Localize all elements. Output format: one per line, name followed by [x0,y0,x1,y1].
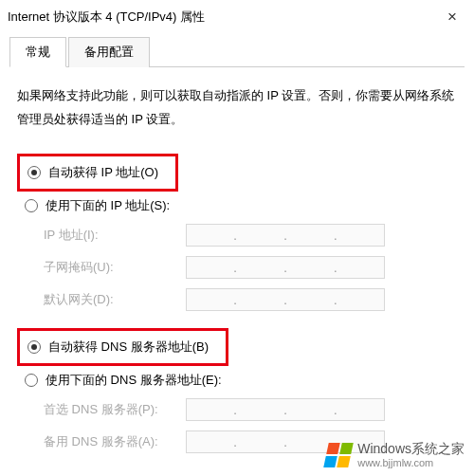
radio-icon [25,374,38,387]
field-label: 子网掩码(U): [44,259,186,276]
tab-strip: 常规 备用配置 [9,36,465,67]
logo-square [339,443,354,454]
tab-body: 如果网络支持此功能，则可以获取自动指派的 IP 设置。否则，你需要从网络系统管理… [9,67,465,453]
field-ip-address: IP 地址(I): ... [44,224,457,247]
radio-ip-manual[interactable]: 使用下面的 IP 地址(S): [25,197,457,214]
radio-icon [25,199,38,212]
ip-section: 自动获得 IP 地址(O) 使用下面的 IP 地址(S): IP 地址(I): … [17,154,457,311]
watermark-text: Windows系统之家 www.bjjmlw.com [357,442,465,467]
logo-square [323,456,337,467]
dns-section: 自动获得 DNS 服务器地址(B) 使用下面的 DNS 服务器地址(E): 首选… [17,328,457,453]
watermark: Windows系统之家 www.bjjmlw.com [325,442,465,468]
radio-label: 使用下面的 DNS 服务器地址(E): [46,372,222,389]
radio-label: 使用下面的 IP 地址(S): [46,197,170,214]
field-label: 首选 DNS 服务器(P): [44,401,186,418]
ip-address-input[interactable]: ... [186,224,385,247]
highlight-dns-auto: 自动获得 DNS 服务器地址(B) [17,328,228,366]
radio-dns-auto[interactable]: 自动获得 DNS 服务器地址(B) [27,339,209,356]
field-label: IP 地址(I): [44,227,186,244]
windows-logo-icon [322,442,355,468]
titlebar: Internet 协议版本 4 (TCP/IPv4) 属性 × [0,0,474,34]
field-subnet: 子网掩码(U): ... [44,256,457,279]
window-title: Internet 协议版本 4 (TCP/IPv4) 属性 [8,9,205,26]
tab-alternate[interactable]: 备用配置 [68,37,150,67]
tab-general[interactable]: 常规 [9,37,66,67]
field-gateway: 默认网关(D): ... [44,288,457,311]
field-label: 默认网关(D): [44,291,186,308]
radio-icon [27,166,41,179]
logo-square [326,443,340,454]
radio-icon [27,340,41,354]
radio-label: 自动获得 DNS 服务器地址(B) [48,339,209,356]
watermark-title: Windows系统之家 [357,442,465,456]
highlight-ip-auto: 自动获得 IP 地址(O) [17,154,178,192]
radio-label: 自动获得 IP 地址(O) [48,164,158,181]
radio-ip-auto[interactable]: 自动获得 IP 地址(O) [27,164,158,181]
content-area: 常规 备用配置 如果网络支持此功能，则可以获取自动指派的 IP 设置。否则，你需… [0,34,474,453]
field-dns-preferred: 首选 DNS 服务器(P): ... [44,398,457,421]
field-label: 备用 DNS 服务器(A): [44,433,186,450]
logo-square [337,456,351,467]
dns-preferred-input[interactable]: ... [186,398,385,421]
subnet-input[interactable]: ... [186,256,385,279]
close-icon[interactable]: × [430,6,474,28]
description-text: 如果网络支持此功能，则可以获取自动指派的 IP 设置。否则，你需要从网络系统管理… [17,84,457,131]
radio-dns-manual[interactable]: 使用下面的 DNS 服务器地址(E): [25,372,457,389]
watermark-url: www.bjjmlw.com [357,457,465,468]
gateway-input[interactable]: ... [186,288,385,311]
